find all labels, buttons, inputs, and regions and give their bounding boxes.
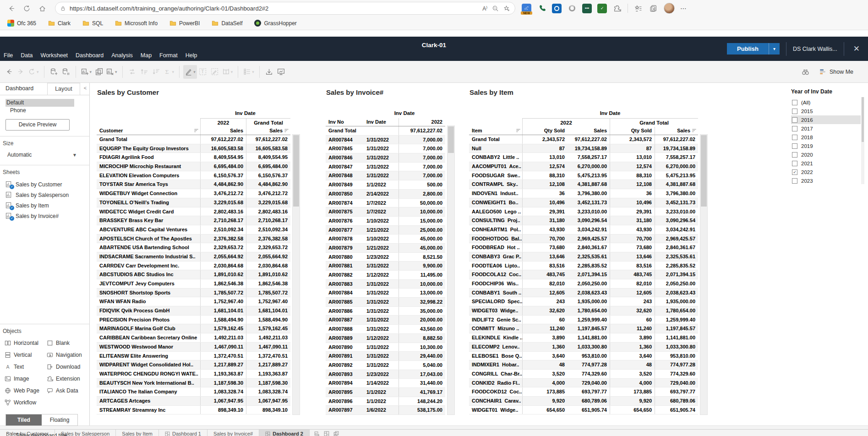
row-header-cell[interactable]: ELECOMP2 Lenov..: [469, 343, 522, 351]
value-cell[interactable]: 97,612,227.02: [655, 135, 698, 144]
value-cell[interactable]: 70,700: [522, 234, 568, 243]
table-row[interactable]: AR0078491/1/2022500.00: [326, 180, 445, 190]
value-cell[interactable]: 15,000.00: [399, 217, 445, 225]
value-cell[interactable]: 654,650: [522, 406, 568, 414]
value-cell[interactable]: 1,372,470.51: [200, 352, 246, 360]
table-row[interactable]: AR0078481/31/20227,000.00: [326, 171, 445, 180]
value-cell[interactable]: 3,233,010.00: [568, 207, 610, 216]
value-cell[interactable]: 483,745: [610, 270, 655, 279]
year-filter-item-2015[interactable]: 2015: [791, 107, 861, 115]
year-filter-item-2021[interactable]: 2021: [791, 159, 861, 168]
sales-column-header[interactable]: Sales: [269, 127, 283, 135]
row-header-cell[interactable]: CONHEARTM1 Pol..: [469, 225, 522, 234]
row-header-cell[interactable]: WATERPROC CHENGDU RONGYI WATE..: [97, 370, 200, 378]
table-row[interactable]: SNOSHORT Shortstop Sports1,785,507.721,7…: [97, 289, 290, 298]
value-cell[interactable]: 1,752,967.40: [200, 297, 246, 306]
value-cell[interactable]: 50,000.00: [399, 199, 445, 207]
sales-column-header[interactable]: Sales: [568, 127, 610, 135]
value-cell[interactable]: 774,329.60: [655, 370, 698, 378]
row-header-cell[interactable]: WIDGET03 Widge..: [469, 306, 522, 315]
table-row[interactable]: Grand Total97,612,227.02: [326, 126, 445, 136]
value-cell[interactable]: 1/31/2022: [364, 352, 399, 360]
value-cell[interactable]: 651,905.74: [568, 406, 610, 414]
value-cell[interactable]: 2,329,653.72: [246, 243, 290, 252]
new-dashboard-tab-icon[interactable]: [324, 431, 329, 436]
value-cell[interactable]: 8,521.50: [399, 253, 445, 262]
table-row[interactable]: CARIBBEAN Caribbean Secretary Online1,49…: [97, 333, 290, 343]
table-row[interactable]: CONCHAIR1 Carav..9,920680,789.069,920680…: [469, 397, 698, 406]
value-cell[interactable]: 2,802,483.16: [200, 207, 246, 216]
value-cell[interactable]: 2/14/2022: [364, 190, 399, 198]
extension-loop-icon[interactable]: [567, 4, 577, 13]
publish-button[interactable]: Publish: [727, 43, 769, 54]
value-cell[interactable]: 729,040.00: [655, 379, 698, 387]
value-cell[interactable]: 16,605,583.58: [246, 144, 290, 153]
row-header-cell[interactable]: INDMIXER1 Hobar..: [469, 360, 522, 369]
table-row[interactable]: AR0078931/23/202217,043.00: [326, 370, 445, 379]
value-cell[interactable]: 1,193,363.87: [246, 370, 290, 378]
sort-icon[interactable]: [284, 128, 289, 133]
value-cell[interactable]: 3,796,380.00: [568, 189, 610, 198]
bottom-tab-dashboard-1[interactable]: Dashboard 1: [159, 430, 207, 436]
row-header-cell[interactable]: AR007883: [326, 280, 364, 289]
row-header-cell[interactable]: INDSACRAME Sacramento Industrial S..: [97, 252, 200, 261]
publish-dropdown-icon[interactable]: ▾: [769, 43, 780, 54]
swap-axes-button[interactable]: [126, 65, 138, 79]
object-ask-data[interactable]: Ask Data: [47, 386, 91, 396]
row-header-cell[interactable]: WIDGETBUY Widget Connection: [97, 189, 200, 198]
value-cell[interactable]: 82,010: [610, 279, 655, 288]
value-cell[interactable]: 82,010: [522, 279, 568, 288]
row-header-cell[interactable]: FOODCOKD12 Coc..: [469, 387, 522, 396]
value-cell[interactable]: 6,270,000.00: [655, 162, 698, 171]
value-cell[interactable]: 88,310: [522, 171, 568, 180]
browser-profile-avatar[interactable]: [664, 3, 675, 14]
value-cell[interactable]: 87: [610, 144, 655, 153]
row-header-cell[interactable]: Grand Total: [326, 126, 364, 135]
row-header-cell[interactable]: AR007878: [326, 234, 364, 243]
value-cell[interactable]: 1,187,598.30: [200, 379, 246, 387]
row-header-cell[interactable]: AR007897: [326, 406, 364, 414]
table-row[interactable]: WATERPROC CHENGDU RONGYI WATE..1,193,363…: [97, 370, 290, 379]
row-header-cell[interactable]: FOODSUGAR Swe..: [469, 171, 522, 180]
value-cell[interactable]: 1/1/2022: [364, 388, 399, 397]
table-row[interactable]: AR0078441/31/20227,000.00: [326, 136, 445, 145]
row-header-cell[interactable]: AR007877: [326, 226, 364, 234]
row-header-cell[interactable]: AR007896: [326, 397, 364, 406]
value-cell[interactable]: 8,882.50: [399, 334, 445, 343]
extension-outlook-icon[interactable]: [552, 4, 562, 13]
value-cell[interactable]: 1/14/2022: [364, 379, 399, 387]
table-row[interactable]: CONWEIGHT1 Bo..10,4963,452,131.7310,4963…: [469, 198, 698, 207]
year-checkbox[interactable]: [792, 100, 797, 105]
value-cell[interactable]: 8,409,554.95: [200, 153, 246, 162]
row-header-cell[interactable]: AR007850: [326, 190, 364, 198]
address-bar[interactable]: https://bi1.dataself.com/t/training_oran…: [55, 2, 515, 15]
value-cell[interactable]: 5,475,213.95: [655, 171, 698, 180]
row-header-cell[interactable]: AR007895: [326, 388, 364, 397]
year-filter-item-2022[interactable]: ✓2022: [791, 168, 861, 176]
value-cell[interactable]: 1/31/2022: [364, 343, 399, 352]
value-cell[interactable]: 2,325,535.61: [655, 252, 698, 261]
value-cell[interactable]: 1/21/2022: [364, 226, 399, 234]
row-header-cell[interactable]: FOODHOTDOG Bal..: [469, 234, 522, 243]
table-row[interactable]: FOODSUGAR Swe..88,3105,475,213.9588,3105…: [469, 171, 698, 180]
qty-sold-column-header[interactable]: Qty Sold: [610, 127, 655, 135]
row-header-cell[interactable]: CONGRILL Char-Br..: [469, 370, 522, 378]
table-row[interactable]: AR0078771/21/202225,000.00: [326, 226, 445, 235]
value-cell[interactable]: 2,038,623.43: [655, 289, 698, 297]
value-cell[interactable]: 2,800.00: [399, 190, 445, 198]
year-group-header[interactable]: 2022: [522, 118, 610, 127]
table-row[interactable]: ARTCAGES Artcages1,067,947.951,067,947.9…: [97, 397, 290, 406]
value-cell[interactable]: 31,440.00: [399, 379, 445, 387]
value-cell[interactable]: 19,734,158.89: [655, 144, 698, 153]
value-cell[interactable]: 2,285,835.52: [655, 262, 698, 270]
value-cell[interactable]: 5,475,213.95: [568, 171, 610, 180]
value-cell[interactable]: 9,900.00: [399, 262, 445, 270]
value-cell[interactable]: 83,516: [610, 262, 655, 270]
sheet-item-sales-by-salesperson[interactable]: Sales by Salesperson: [5, 190, 87, 200]
column-field-header[interactable]: Inv Date: [522, 109, 698, 118]
value-cell[interactable]: 7,000.00: [399, 144, 445, 153]
value-cell[interactable]: 243: [522, 297, 568, 306]
value-cell[interactable]: 3,034,242.91: [655, 225, 698, 234]
value-cell[interactable]: 4,381,887.68: [568, 180, 610, 189]
value-cell[interactable]: 43,930: [522, 225, 568, 234]
